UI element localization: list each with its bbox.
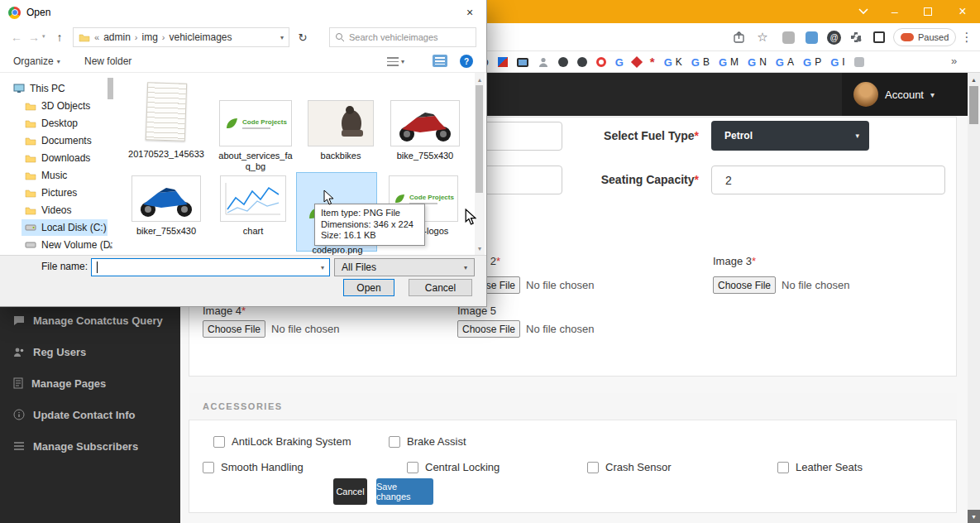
file-item-backbikes[interactable]: backbikes xyxy=(299,79,382,161)
nav-back-button[interactable]: ← xyxy=(8,29,25,46)
window-close-button[interactable]: × xyxy=(946,2,979,21)
bookmark-star-button[interactable]: ☆ xyxy=(754,28,771,46)
file-list-scroll-thumb[interactable] xyxy=(476,85,483,193)
bookmark-item[interactable]: GM xyxy=(719,56,739,69)
dialog-sidebar-desktop[interactable]: Desktop xyxy=(25,115,78,132)
extension-icon[interactable] xyxy=(806,31,818,44)
dialog-sidebar-local-disk-c[interactable]: Local Disk (C:) xyxy=(22,219,108,236)
checkbox-crash-sensor[interactable] xyxy=(587,462,599,473)
bookmark-item[interactable]: GB xyxy=(691,56,710,69)
extension-at-icon[interactable]: @ xyxy=(827,31,841,45)
sidebar-item-reg-users[interactable]: Reg Users xyxy=(0,336,180,367)
open-button[interactable]: Open xyxy=(343,279,394,296)
file-list-scroll-up[interactable]: ▴ xyxy=(475,74,485,84)
breadcrumb-vehicleimages[interactable]: vehicleimages xyxy=(170,31,232,43)
dialog-sidebar-3d-objects[interactable]: 3D Objects xyxy=(25,98,90,114)
sidebar-scrollbar-down-button[interactable]: ▾ xyxy=(106,242,115,252)
nav-up-button[interactable]: ↑ xyxy=(51,29,68,46)
breadcrumb-img[interactable]: img xyxy=(141,31,157,43)
bookmark-diamond-icon[interactable] xyxy=(631,56,643,68)
account-dropdown[interactable]: Account ▾ xyxy=(842,73,968,116)
checkbox-brake-assist[interactable] xyxy=(389,436,400,448)
sidebar-item-manage-contactus-query[interactable]: Manage Conatctus Query xyxy=(0,305,180,336)
bookmark-person-icon[interactable] xyxy=(538,56,549,68)
bookmark-item[interactable]: GN xyxy=(748,56,767,69)
search-input[interactable] xyxy=(349,32,457,42)
scrollbar-thumb[interactable] xyxy=(969,86,978,124)
save-changes-button[interactable]: Save changes xyxy=(376,478,433,505)
window-chevron-button[interactable] xyxy=(850,2,877,21)
bookmarks-overflow-button[interactable]: » xyxy=(951,55,957,67)
bookmark-item[interactable]: GI xyxy=(830,56,844,69)
chevron-down-icon[interactable]: ▾ xyxy=(280,34,284,41)
page-scrollbar[interactable] xyxy=(968,73,980,523)
sidebar-item-update-contact-info[interactable]: Update Contact Info xyxy=(0,399,180,430)
checkbox-label: Crash Sensor xyxy=(605,461,671,473)
dialog-search[interactable] xyxy=(329,27,476,47)
bookmark-google-icon[interactable]: G xyxy=(615,56,624,69)
sidebar-scrollbar-thumb[interactable] xyxy=(108,78,113,99)
bookmark-item[interactable]: GK xyxy=(664,56,682,69)
file-item-about-services[interactable]: Code Projects about_services_faq_bg xyxy=(212,79,299,172)
fuel-type-select[interactable]: Petrol ▾ xyxy=(711,121,869,151)
sidebar-item-manage-subscribers[interactable]: Manage Subscribers xyxy=(0,430,180,462)
preview-pane-button[interactable] xyxy=(433,55,447,67)
close-icon: × xyxy=(958,4,966,19)
dialog-sidebar-videos[interactable]: Videos xyxy=(25,202,71,218)
checkbox-smooth-handling[interactable] xyxy=(203,462,214,473)
file-name-input[interactable]: ▾ xyxy=(91,258,330,276)
rider-image xyxy=(308,101,373,146)
checkbox-central-locking[interactable] xyxy=(407,462,418,473)
file-item-biker[interactable]: biker_755x430 xyxy=(122,174,210,237)
bookmark-flag-icon[interactable] xyxy=(498,57,508,67)
organize-button[interactable]: Organize ▾ xyxy=(13,50,60,73)
extensions-puzzle-button[interactable] xyxy=(849,30,863,45)
image3-choose-file-button[interactable]: Choose File xyxy=(713,276,776,294)
nav-history-dropdown[interactable]: ▾ xyxy=(42,33,45,40)
bookmark-red-ring-icon[interactable] xyxy=(596,57,606,67)
new-folder-button[interactable]: New folder xyxy=(84,50,131,73)
sidebar-item-manage-pages[interactable]: Manage Pages xyxy=(0,367,180,399)
cancel-button[interactable]: Cancel xyxy=(333,478,367,505)
file-type-select[interactable]: All Files ▾ xyxy=(334,258,475,276)
bookmark-item[interactable]: GA xyxy=(776,56,794,69)
dialog-sidebar-documents[interactable]: Documents xyxy=(25,132,92,149)
views-button[interactable]: ▾ xyxy=(387,50,404,73)
address-breadcrumb[interactable]: « admin › img › vehicleimages ▾ xyxy=(73,27,289,47)
image4-choose-file-button[interactable]: Choose File xyxy=(203,320,265,338)
dialog-sidebar-this-pc[interactable]: This PC xyxy=(13,80,65,97)
bookmark-asterisk-icon[interactable]: * xyxy=(650,58,655,66)
browser-menu-button[interactable]: ⋮ xyxy=(959,28,974,46)
window-minimize-button[interactable]: – xyxy=(880,2,910,21)
dialog-close-button[interactable]: × xyxy=(453,0,486,25)
extension-icon[interactable] xyxy=(782,31,795,44)
extension-paused-badge[interactable]: Paused xyxy=(893,28,956,46)
file-item-bike[interactable]: bike_755x430 xyxy=(382,79,468,161)
share-button[interactable] xyxy=(731,30,746,45)
file-item-chart[interactable]: chart xyxy=(212,174,294,237)
bookmark-globe-icon[interactable] xyxy=(558,57,568,67)
image5-choose-file-button[interactable]: Choose File xyxy=(457,320,520,338)
bookmark-monitor-icon[interactable] xyxy=(517,58,528,67)
dialog-sidebar-music[interactable]: Music xyxy=(25,167,67,184)
extension-frame-icon[interactable] xyxy=(873,31,885,43)
checkbox-antilock-braking[interactable] xyxy=(213,436,225,448)
checkbox-leather-seats[interactable] xyxy=(777,462,789,473)
dialog-sidebar-new-volume-d[interactable]: New Volume (D: xyxy=(25,237,113,253)
scrollbar-down-button[interactable]: ▼ xyxy=(968,510,980,523)
dialog-sidebar-downloads[interactable]: Downloads xyxy=(25,150,90,166)
dialog-cancel-button[interactable]: Cancel xyxy=(409,279,472,296)
window-maximize-button[interactable] xyxy=(913,2,943,21)
file-item-20170523[interactable]: 20170523_145633 xyxy=(122,79,210,160)
breadcrumb-admin[interactable]: admin xyxy=(103,31,131,43)
bookmark-gray-icon[interactable] xyxy=(854,57,864,67)
file-list-scroll-down[interactable]: ▾ xyxy=(475,243,485,253)
bookmark-item[interactable]: GP xyxy=(803,56,821,69)
nav-forward-button[interactable]: → xyxy=(26,29,41,46)
seating-capacity-input[interactable]: 2 xyxy=(711,166,945,194)
refresh-button[interactable]: ↻ xyxy=(294,29,311,46)
help-button[interactable]: ? xyxy=(460,55,473,68)
bookmark-globe-icon[interactable] xyxy=(577,57,587,67)
dialog-sidebar-pictures[interactable]: Pictures xyxy=(25,185,77,201)
scrollbar-up-button[interactable]: ▲ xyxy=(968,73,980,86)
